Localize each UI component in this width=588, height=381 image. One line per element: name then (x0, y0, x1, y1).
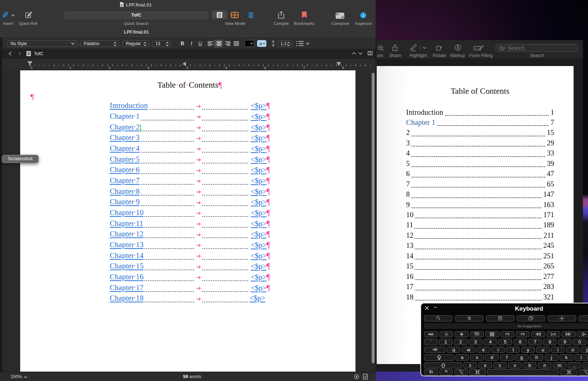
svg-text:i: i (363, 13, 364, 18)
